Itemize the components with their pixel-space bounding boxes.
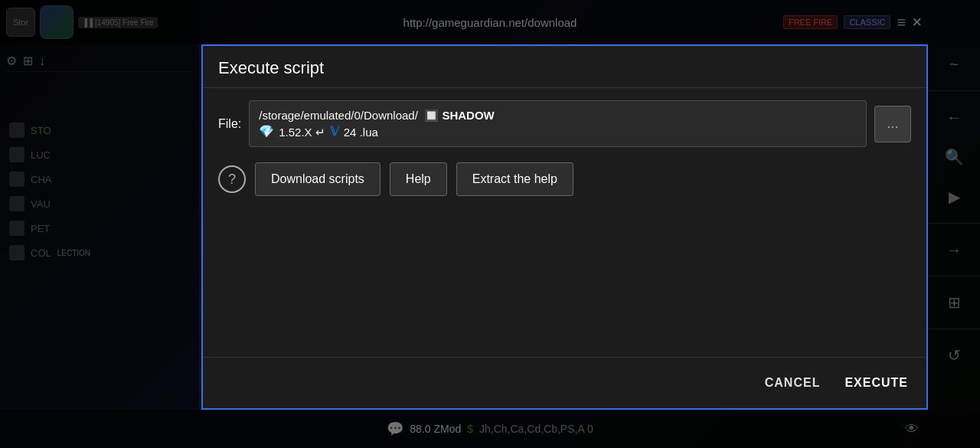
extract-help-button[interactable]: Extract the help [456, 162, 573, 196]
execute-button[interactable]: EXECUTE [841, 370, 911, 396]
file-path-container[interactable]: /storage/emulated/0/Download/ 🔲 SHADOW 💎… [249, 100, 867, 147]
execute-script-dialog: Execute script File: /storage/emulated/0… [201, 44, 928, 410]
actions-row: ? Download scripts Help Extract the help [218, 162, 911, 196]
download-scripts-button[interactable]: Download scripts [255, 162, 381, 196]
cancel-button[interactable]: CANCEL [762, 370, 824, 396]
file-row: File: /storage/emulated/0/Download/ 🔲 SH… [218, 100, 911, 147]
file-path-line2: 💎 1.52.X ↵ 𝕍 24 .lua [259, 123, 857, 140]
file-path-line1: /storage/emulated/0/Download/ 🔲 SHADOW [259, 107, 857, 123]
v-icon: 𝕍 [330, 123, 339, 140]
file-browse-button[interactable]: ... [874, 106, 911, 142]
diamond-icon: 💎 [259, 123, 274, 140]
lua-text: 24 .lua [344, 124, 378, 140]
help-button[interactable]: Help [390, 162, 447, 196]
version-text: 1.52.X ↵ [279, 124, 325, 140]
help-circle-button[interactable]: ? [218, 165, 246, 193]
dialog-title: Execute script [203, 46, 926, 88]
dialog-footer: CANCEL EXECUTE [203, 357, 926, 408]
file-label: File: [218, 117, 241, 131]
dialog-body: File: /storage/emulated/0/Download/ 🔲 SH… [203, 88, 926, 357]
